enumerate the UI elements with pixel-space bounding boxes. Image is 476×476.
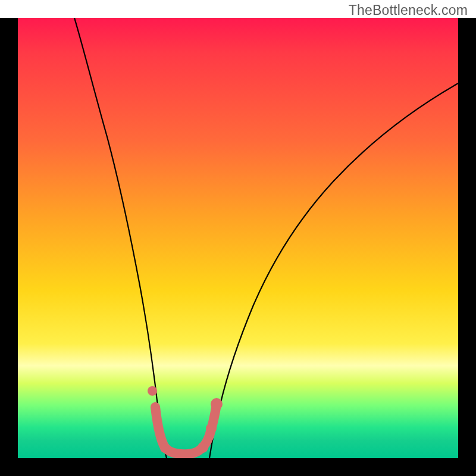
right-curve	[209, 83, 458, 458]
chart-stage: TheBottleneck.com	[0, 0, 476, 476]
dot-bottom-left	[160, 443, 170, 453]
dot-top-right-curve	[211, 398, 223, 410]
watermark-text: TheBottleneck.com	[349, 2, 468, 18]
plot-area	[18, 18, 458, 458]
dot-top-left-curve	[148, 386, 157, 396]
dot-mid-right	[206, 423, 217, 434]
dot-bottom-right	[198, 442, 208, 453]
plot-frame	[0, 18, 476, 476]
plot-svg	[18, 18, 458, 458]
